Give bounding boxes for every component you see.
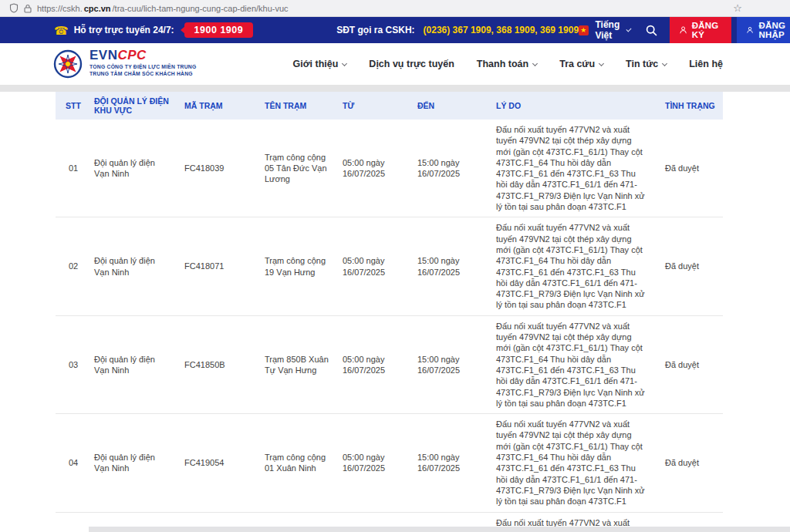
outage-table: STT ĐỘI QUẢN LÝ ĐIỆN KHU VỰC MÃ TRẠM TÊN… (56, 92, 723, 532)
logo-evn: EVN (89, 48, 117, 62)
browser-url-bar[interactable]: https://cskh.cpc.vn/tra-cuu/lich-tam-ngu… (0, 0, 790, 17)
cskh-group: SĐT gọi ra CSKH: (0236) 367 1909, 368 19… (336, 25, 579, 35)
cell-reason: Đấu nối xuất tuyến 477VN2 và xuất tuyến … (493, 217, 662, 315)
cell-team: Đội quản lý điện Vạn Ninh (91, 414, 181, 512)
nav-item-label: Thanh toán (477, 59, 528, 69)
support-label: Hỗ trợ trực tuyến 24/7: (74, 25, 174, 35)
shield-icon[interactable] (9, 3, 19, 13)
cell-team: Đội quản lý điện Vạn Ninh (91, 315, 181, 413)
cell-reason: Đấu nối xuất tuyến 477VN2 và xuất tuyến … (493, 315, 662, 413)
bookmark-star-icon[interactable]: ☆ (733, 2, 742, 14)
nav-item[interactable]: Tin tức (626, 59, 667, 69)
table-row: 03 Đội quản lý điện Vạn Ninh FC41850B Tr… (56, 315, 723, 413)
language-selector[interactable]: Tiếng Việt (596, 19, 630, 41)
cell-to: 15:00 ngày 16/07/2025 (414, 315, 493, 413)
cell-stt: 02 (56, 217, 91, 315)
cell-stt: 04 (56, 414, 91, 512)
nav-item[interactable]: Thanh toán (477, 59, 537, 69)
bottom-divider-band (89, 527, 790, 532)
cell-reason: Đấu nối xuất tuyến 477VN2 và xuất tuyến … (493, 414, 662, 512)
main-nav: Giới thiệu Dịch vụ trực tuyến Thanh toán… (292, 59, 723, 69)
outage-table-wrap: STT ĐỘI QUẢN LÝ ĐIỆN KHU VỰC MÃ TRẠM TÊN… (56, 92, 723, 532)
logo-line1: TỔNG CÔNG TY ĐIỆN LỰC MIỀN TRUNG (89, 64, 196, 69)
cell-station-name: Trạm công cộng 05 Tân Đức Vạn Lương (262, 120, 339, 217)
site-header: EVNCPC TỔNG CÔNG TY ĐIỆN LỰC MIỀN TRUNG … (0, 43, 790, 86)
nav-item-label: Liên hệ (689, 59, 723, 69)
logo-line2: TRUNG TÂM CHĂM SÓC KHÁCH HÀNG (89, 71, 196, 76)
cell-status: Đã duyệt (662, 414, 723, 512)
url-prefix: https://cskh. (37, 4, 83, 13)
header-divider-band (0, 86, 790, 92)
nav-item-label: Tra cứu (559, 59, 595, 69)
cell-status: Đã duyệt (662, 217, 723, 315)
header-from: TỪ (339, 92, 414, 120)
cell-status: Đã duyệt (662, 315, 723, 413)
login-label: ĐĂNG NHẬP (758, 21, 790, 39)
nav-item-label: Dịch vụ trực tuyến (369, 59, 454, 69)
cell-status: Đã duyệt (662, 120, 723, 217)
user-icon (747, 25, 753, 35)
phone-icon: ☎ (54, 25, 69, 36)
cell-station-code: FC418071 (181, 217, 262, 315)
cell-from: 05:00 ngày 16/07/2025 (339, 315, 414, 413)
cell-station-code: FC419054 (181, 414, 262, 512)
logo-text: EVNCPC TỔNG CÔNG TY ĐIỆN LỰC MIỀN TRUNG … (89, 49, 196, 76)
cell-to: 15:00 ngày 16/07/2025 (414, 217, 493, 315)
cell-station-name: Trạm công cộng 19 Vạn Hưng (262, 217, 339, 315)
outage-table-head: STT ĐỘI QUẢN LÝ ĐIỆN KHU VỰC MÃ TRẠM TÊN… (56, 92, 723, 120)
table-row: 04 Đội quản lý điện Vạn Ninh FC419054 Tr… (56, 414, 723, 512)
nav-item[interactable]: Giới thiệu (292, 59, 346, 69)
cell-stt: 01 (56, 120, 91, 217)
cell-station-code: FC418039 (181, 120, 262, 217)
cell-from: 05:00 ngày 16/07/2025 (339, 217, 414, 315)
table-row: 01 Đội quản lý điện Vạn Ninh FC418039 Tr… (56, 120, 723, 217)
header-status: TÌNH TRẠNG (662, 92, 723, 120)
cell-station-name: Trạm 850B Xuân Tự Vạn Hưng (262, 315, 339, 413)
url-domain: cpc.vn (84, 4, 111, 13)
nav-item-label: Tin tức (626, 59, 658, 69)
search-icon[interactable] (646, 25, 657, 36)
table-row: 02 Đội quản lý điện Vạn Ninh FC418071 Tr… (56, 217, 723, 315)
chevron-down-icon (662, 60, 667, 66)
cell-stt: 03 (56, 315, 91, 413)
evn-star-icon (52, 49, 83, 79)
lock-icon[interactable] (24, 4, 32, 13)
register-label: ĐĂNG KÝ (692, 21, 721, 39)
nav-item[interactable]: Tra cứu (559, 59, 603, 69)
url-text[interactable]: https://cskh.cpc.vn/tra-cuu/lich-tam-ngu… (37, 4, 289, 13)
logo-cpc: CPC (117, 48, 146, 62)
login-button[interactable]: ĐĂNG NHẬP (737, 17, 790, 43)
header-station-name: TÊN TRẠM (262, 92, 339, 120)
outage-table-body: 01 Đội quản lý điện Vạn Ninh FC418039 Tr… (56, 120, 723, 532)
language-label: Tiếng Việt (596, 19, 623, 41)
header-stt: STT (56, 92, 91, 120)
vietnam-flag-icon: ★ (579, 25, 588, 35)
evncpc-logo[interactable]: EVNCPC TỔNG CÔNG TY ĐIỆN LỰC MIỀN TRUNG … (52, 49, 196, 79)
nav-item-label: Giới thiệu (292, 59, 338, 69)
chevron-down-icon (599, 60, 604, 66)
header-station-code: MÃ TRẠM (181, 92, 262, 120)
cell-team: Đội quản lý điện Vạn Ninh (91, 120, 181, 217)
contact-topbar: ☎ Hỗ trợ trực tuyến 24/7: 1900 1909 SĐT … (0, 17, 790, 43)
header-reason: LÝ DO (493, 92, 662, 120)
chevron-down-icon (342, 60, 347, 66)
topbar-right-cluster: ★ Tiếng Việt ĐĂNG KÝ ĐĂNG NHẬP (579, 17, 790, 43)
user-icon (680, 25, 687, 35)
support-group: ☎ Hỗ trợ trực tuyến 24/7: 1900 1909 (54, 22, 253, 38)
cskh-numbers: (0236) 367 1909, 368 1909, 369 1909 (424, 25, 579, 35)
cell-stt: 05 (56, 512, 91, 532)
header-team: ĐỘI QUẢN LÝ ĐIỆN KHU VỰC (91, 92, 181, 120)
hotline-badge[interactable]: 1900 1909 (184, 22, 254, 38)
nav-item[interactable]: Dịch vụ trực tuyến (369, 59, 454, 69)
header-to: ĐẾN (414, 92, 493, 120)
cell-to: 15:00 ngày 16/07/2025 (414, 414, 493, 512)
register-button[interactable]: ĐĂNG KÝ (670, 17, 732, 43)
nav-item[interactable]: Liên hệ (689, 59, 723, 69)
chevron-down-icon (532, 60, 538, 66)
chevron-down-icon (626, 26, 631, 32)
cell-to: 15:00 ngày 16/07/2025 (414, 120, 493, 217)
cell-from: 05:00 ngày 16/07/2025 (339, 414, 414, 512)
cell-station-code: FC41850B (181, 315, 262, 413)
cell-from: 05:00 ngày 16/07/2025 (339, 120, 414, 217)
cell-station-name: Trạm công cộng 01 Xuân Ninh (262, 414, 339, 512)
